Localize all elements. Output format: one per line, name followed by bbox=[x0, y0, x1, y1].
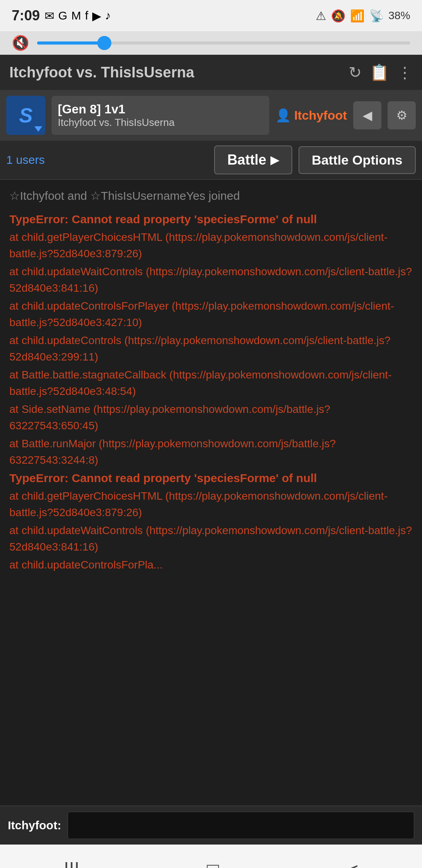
log-entry: at Battle.runMajor (https://play.pokemon… bbox=[9, 436, 413, 468]
options-label: Battle Options bbox=[312, 152, 402, 167]
volume-slider-thumb[interactable] bbox=[97, 36, 111, 50]
volume-slider-track[interactable] bbox=[37, 41, 410, 45]
log-entry: at Side.setName (https://play.pokemonsho… bbox=[9, 401, 413, 434]
log-entry: TypeError: Cannot read property 'species… bbox=[9, 470, 413, 486]
log-entries: TypeError: Cannot read property 'species… bbox=[9, 211, 413, 573]
log-entry: at child.getPlayerChoicesHTML (https://p… bbox=[9, 229, 413, 262]
clipboard-icon[interactable]: 📋 bbox=[370, 63, 389, 82]
log-entry: at child.updateWaitControls (https://pla… bbox=[9, 264, 413, 296]
battery-level: 38% bbox=[388, 9, 410, 22]
current-player: 👤 Itchyfoot bbox=[275, 108, 347, 123]
notification-icons: ✉ G M f ▶ ♪ bbox=[45, 9, 111, 23]
log-entry: at child.updateControlsForPlayer (https:… bbox=[9, 298, 413, 331]
play-icon: ▶ bbox=[270, 154, 279, 167]
join-message: ☆Itchyfoot and ☆ThisIsUsernameYes joined bbox=[9, 188, 413, 204]
log-entry: at child.getPlayerChoicesHTML (https://p… bbox=[9, 488, 413, 521]
settings-icon: ⚙ bbox=[396, 108, 408, 123]
alert-icon: ⚠ bbox=[316, 9, 326, 23]
gmail-icon: G bbox=[58, 9, 67, 22]
gmail2-icon: M bbox=[71, 9, 81, 22]
battle-log[interactable]: ☆Itchyfoot and ☆ThisIsUsernameYes joined… bbox=[0, 180, 422, 805]
battle-players: Itchyfoot vs. ThisIsUserna bbox=[58, 117, 263, 129]
email-icon: ✉ bbox=[45, 9, 54, 23]
wifi-icon: 📶 bbox=[350, 9, 365, 23]
settings-button[interactable]: ⚙ bbox=[388, 101, 416, 129]
refresh-icon[interactable]: ↻ bbox=[349, 63, 362, 81]
player-name-text: Itchyfoot bbox=[294, 108, 347, 123]
battle-button[interactable]: Battle ▶ bbox=[214, 145, 292, 174]
chat-bar: Itchyfoot: bbox=[0, 805, 422, 845]
battle-options-button[interactable]: Battle Options bbox=[299, 146, 416, 174]
logo-letter: S bbox=[19, 104, 33, 127]
signal-icon: 📡 bbox=[369, 9, 384, 23]
log-entry: at child.updateWaitControls (https://pla… bbox=[9, 522, 413, 555]
menu-icon[interactable]: ⋮ bbox=[397, 63, 413, 81]
battle-header: S [Gen 8] 1v1 Itchyfoot vs. ThisIsUserna… bbox=[0, 90, 422, 141]
chat-label: Itchyfoot: bbox=[8, 819, 61, 832]
bottom-nav: ||| □ < bbox=[0, 845, 422, 868]
header-action-icons: ↻ 📋 ⋮ bbox=[349, 63, 413, 82]
log-entry: TypeError: Cannot read property 'species… bbox=[9, 211, 413, 228]
log-entry: at Battle.battle.stagnateCallback (https… bbox=[9, 367, 413, 400]
volume-bar: 🔇 bbox=[0, 31, 422, 55]
sound-button[interactable]: ◀ bbox=[353, 101, 381, 129]
youtube-icon: ▶ bbox=[92, 9, 101, 23]
showdown-logo: S bbox=[6, 96, 45, 135]
battle-info: [Gen 8] 1v1 Itchyfoot vs. ThisIsUserna bbox=[52, 96, 269, 135]
battle-format: [Gen 8] 1v1 bbox=[58, 102, 263, 117]
battle-controls: 1 users Battle ▶ Battle Options bbox=[0, 141, 422, 180]
log-entry: at child.updateControls (https://play.po… bbox=[9, 332, 413, 365]
sound-icon: ◀ bbox=[363, 108, 372, 123]
back-button[interactable]: < bbox=[323, 850, 382, 868]
recent-apps-button[interactable]: ||| bbox=[40, 850, 103, 868]
top-header: Itchyfoot vs. ThisIsUserna ↻ 📋 ⋮ bbox=[0, 55, 422, 90]
battle-label: Battle bbox=[227, 152, 266, 168]
facebook-icon: f bbox=[85, 9, 88, 22]
player-avatar-icon: 👤 bbox=[275, 108, 291, 123]
users-count: 1 users bbox=[6, 153, 208, 167]
status-time: 7:09 bbox=[12, 7, 40, 24]
chat-input[interactable] bbox=[68, 812, 414, 839]
logo-arrow-icon bbox=[34, 126, 42, 132]
mute-icon: 🔕 bbox=[331, 9, 345, 23]
log-entry: at child.updateControlsForPla... bbox=[9, 557, 413, 573]
page-title: Itchyfoot vs. ThisIsUserna bbox=[9, 64, 349, 81]
volume-mute-icon: 🔇 bbox=[12, 35, 29, 51]
status-bar: 7:09 ✉ G M f ▶ ♪ ⚠ 🔕 📶 📡 38% bbox=[0, 0, 422, 31]
status-right: ⚠ 🔕 📶 📡 38% bbox=[316, 9, 410, 23]
volume-slider-fill bbox=[37, 41, 104, 45]
home-button[interactable]: □ bbox=[183, 850, 242, 868]
music-icon: ♪ bbox=[105, 9, 111, 22]
